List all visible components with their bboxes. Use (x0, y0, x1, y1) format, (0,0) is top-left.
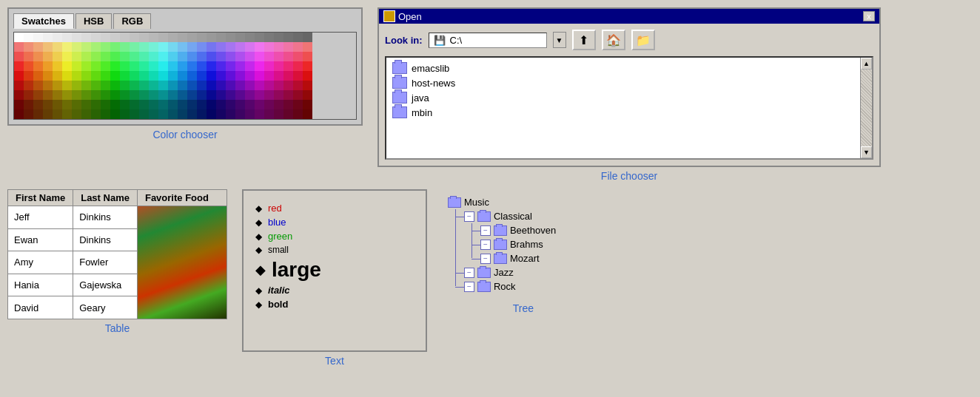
swatch-cell[interactable] (178, 81, 187, 90)
swatch-cell[interactable] (168, 100, 178, 109)
swatch-cell[interactable] (43, 90, 53, 100)
swatch-cell[interactable] (33, 52, 43, 61)
swatch-cell[interactable] (178, 61, 187, 71)
swatch-cell[interactable] (207, 81, 216, 90)
tab-swatches[interactable]: Swatches (13, 13, 74, 29)
swatch-cell[interactable] (149, 61, 158, 71)
swatch-cell[interactable] (43, 109, 53, 119)
swatch-cell[interactable] (283, 90, 293, 100)
new-folder-button[interactable]: 📁 (631, 30, 655, 50)
swatch-cell[interactable] (168, 71, 178, 81)
swatch-cell[interactable] (43, 100, 53, 109)
swatch-cell[interactable] (81, 81, 91, 90)
swatch-cell[interactable] (158, 90, 168, 100)
swatch-cell[interactable] (43, 71, 53, 81)
swatch-cell[interactable] (101, 61, 110, 71)
swatch-cell[interactable] (81, 52, 91, 61)
swatch-cell[interactable] (178, 90, 187, 100)
swatch-cell[interactable] (43, 42, 53, 52)
swatch-cell[interactable] (226, 81, 235, 90)
swatch-cell[interactable] (43, 61, 53, 71)
swatch-cell[interactable] (207, 33, 216, 42)
swatch-cell[interactable] (274, 109, 283, 119)
swatch-cell[interactable] (130, 71, 139, 81)
swatch-cell[interactable] (24, 71, 33, 81)
swatch-cell[interactable] (139, 81, 149, 90)
swatch-cell[interactable] (197, 100, 207, 109)
swatch-cell[interactable] (91, 109, 101, 119)
swatch-cell[interactable] (303, 33, 312, 42)
swatch-cell[interactable] (168, 33, 178, 42)
swatch-cell[interactable] (101, 52, 110, 61)
swatch-cell[interactable] (149, 100, 158, 109)
swatch-cell[interactable] (255, 100, 264, 109)
swatch-cell[interactable] (14, 33, 24, 42)
swatch-cell[interactable] (53, 33, 62, 42)
swatch-cell[interactable] (245, 52, 255, 61)
swatch-cell[interactable] (81, 71, 91, 81)
swatch-cell[interactable] (14, 109, 24, 119)
swatch-cell[interactable] (303, 81, 312, 90)
swatch-cell[interactable] (91, 52, 101, 61)
scroll-up[interactable]: ▲ (861, 58, 872, 69)
swatch-cell[interactable] (235, 90, 245, 100)
swatch-cell[interactable] (207, 109, 216, 119)
swatch-cell[interactable] (72, 71, 81, 81)
swatch-cell[interactable] (187, 71, 197, 81)
swatch-cell[interactable] (187, 33, 197, 42)
swatch-cell[interactable] (283, 81, 293, 90)
swatch-cell[interactable] (235, 100, 245, 109)
swatch-cell[interactable] (216, 90, 226, 100)
swatch-cell[interactable] (178, 33, 187, 42)
swatch-cell[interactable] (235, 81, 245, 90)
swatch-cell[interactable] (216, 109, 226, 119)
swatch-cell[interactable] (303, 100, 312, 109)
swatch-cell[interactable] (293, 71, 303, 81)
swatch-cell[interactable] (158, 42, 168, 52)
swatch-cell[interactable] (245, 42, 255, 52)
swatch-cell[interactable] (158, 61, 168, 71)
swatch-cell[interactable] (33, 90, 43, 100)
swatch-cell[interactable] (178, 100, 187, 109)
toggle-beethoven[interactable]: − (480, 225, 491, 236)
swatch-cell[interactable] (255, 71, 264, 81)
look-in-dropdown[interactable]: 💾 C:\ (429, 33, 547, 48)
swatch-cell[interactable] (207, 52, 216, 61)
tree-node-music[interactable]: Music (448, 195, 599, 209)
swatch-cell[interactable] (255, 81, 264, 90)
swatch-cell[interactable] (72, 42, 81, 52)
swatch-cell[interactable] (178, 42, 187, 52)
tree-node-mozart[interactable]: − Mozart (480, 251, 599, 265)
toggle-jazz[interactable]: − (464, 268, 474, 278)
swatch-cell[interactable] (91, 33, 101, 42)
scroll-down[interactable]: ▼ (861, 146, 872, 158)
swatch-cell[interactable] (149, 90, 158, 100)
tab-hsb[interactable]: HSB (75, 13, 112, 29)
swatch-cell[interactable] (226, 71, 235, 81)
swatch-cell[interactable] (14, 71, 24, 81)
swatch-cell[interactable] (130, 81, 139, 90)
swatch-cell[interactable] (24, 90, 33, 100)
swatch-cell[interactable] (158, 100, 168, 109)
swatch-cell[interactable] (207, 71, 216, 81)
swatch-cell[interactable] (197, 90, 207, 100)
swatch-cell[interactable] (149, 52, 158, 61)
swatch-cell[interactable] (245, 33, 255, 42)
swatch-cell[interactable] (264, 33, 274, 42)
swatch-cell[interactable] (130, 61, 139, 71)
swatch-cell[interactable] (130, 52, 139, 61)
swatch-cell[interactable] (33, 81, 43, 90)
file-item[interactable]: mbin (389, 105, 857, 120)
swatch-cell[interactable] (264, 42, 274, 52)
swatch-cell[interactable] (53, 90, 62, 100)
swatch-cell[interactable] (226, 90, 235, 100)
swatch-cell[interactable] (91, 100, 101, 109)
swatch-cell[interactable] (235, 109, 245, 119)
swatch-cell[interactable] (245, 81, 255, 90)
swatch-cell[interactable] (283, 109, 293, 119)
swatch-cell[interactable] (62, 71, 72, 81)
swatch-cell[interactable] (120, 81, 130, 90)
swatch-cell[interactable] (245, 61, 255, 71)
swatch-cell[interactable] (139, 42, 149, 52)
swatch-cell[interactable] (101, 71, 110, 81)
